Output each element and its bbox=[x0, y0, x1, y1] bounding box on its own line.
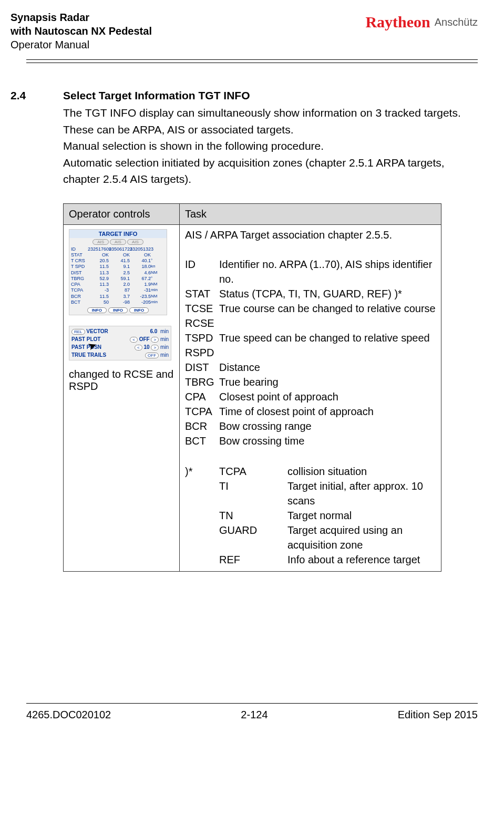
target-info-tab[interactable]: AIS bbox=[127, 239, 143, 245]
ti-cell: NM bbox=[151, 270, 161, 276]
ti-cell: 3.7 bbox=[109, 294, 130, 300]
status-row: )*TCPAcollision situation bbox=[185, 464, 436, 479]
info-button[interactable]: INFO bbox=[129, 307, 149, 313]
ti-cell: OK bbox=[109, 252, 130, 258]
ti-cell: min bbox=[151, 287, 161, 293]
off-button[interactable]: OFF bbox=[145, 353, 159, 358]
status-description: Target normal bbox=[287, 508, 352, 523]
doc-title-line2: with Nautoscan NX Pedestal bbox=[11, 24, 152, 38]
status-list: )*TCPAcollision situationTITarget initia… bbox=[185, 464, 436, 567]
ti-cell: -205 bbox=[130, 300, 151, 305]
ti-cell: 2.5 bbox=[109, 270, 130, 276]
section-paragraph-3: Automatic selection initiated by acquisi… bbox=[63, 154, 478, 188]
status-row: TNTarget normal bbox=[185, 508, 436, 523]
definition-value: True bearing bbox=[219, 375, 279, 389]
definition-row: TCSERCSETrue course can be changed to re… bbox=[185, 301, 436, 331]
rel-button[interactable]: REL bbox=[71, 329, 85, 335]
ti-cell: 50 bbox=[88, 300, 109, 305]
definition-key: TCPA bbox=[185, 404, 214, 419]
target-info-buttons: INFO INFO INFO bbox=[69, 306, 167, 315]
definition-value: Bow crossing range bbox=[219, 419, 312, 434]
ti-cell: 59.1 bbox=[109, 276, 130, 282]
vector-row-truetrails: TRUE TRAILS OFF min bbox=[71, 351, 169, 359]
definition-row: DISTDistance bbox=[185, 360, 436, 375]
target-info-widget: TARGET INFO AIS AIS AIS ID23251760923506… bbox=[69, 229, 167, 316]
ti-cell: 235061723 bbox=[109, 246, 130, 252]
definition-key: TBRG bbox=[185, 375, 214, 389]
ti-cell: T CRS bbox=[71, 258, 88, 264]
definition-key: ID bbox=[185, 257, 214, 286]
ti-cell: STAT bbox=[71, 252, 88, 258]
arrow-right-icon[interactable]: > bbox=[151, 345, 159, 350]
status-code: TI bbox=[219, 479, 282, 508]
procedure-table: Operator controls Task TARGET INFO AIS A… bbox=[63, 203, 441, 572]
ti-cell: min bbox=[151, 300, 161, 305]
vector-row-rel: REL VECTOR 6.0 min bbox=[71, 327, 169, 335]
ti-cell: 1.9 bbox=[130, 282, 151, 287]
raytheon-logo: Raytheon bbox=[365, 13, 430, 31]
ti-cell: 9.1 bbox=[109, 264, 130, 270]
ti-cell: 2.0 bbox=[109, 282, 130, 287]
info-button[interactable]: INFO bbox=[108, 307, 128, 313]
arrow-right-icon[interactable]: > bbox=[151, 337, 159, 343]
definition-key: TSPDRSPD bbox=[185, 331, 214, 360]
status-description: Target initial, after approx. 10 scans bbox=[287, 479, 436, 508]
definition-row: TBRGTrue bearing bbox=[185, 375, 436, 389]
ti-cell bbox=[151, 252, 161, 258]
vector-row-pastposn: PAST POSN < 10 > min bbox=[71, 343, 169, 351]
ti-cell: 20.5 bbox=[88, 258, 109, 264]
target-info-tab[interactable]: AIS bbox=[110, 239, 126, 245]
ti-cell: CPA bbox=[71, 282, 88, 287]
ti-cell: OK bbox=[130, 252, 151, 258]
ti-cell: 18.0 bbox=[130, 264, 151, 270]
status-row: GUARDTarget acquired using an acquisitio… bbox=[185, 523, 436, 552]
ti-cell: 232051323 bbox=[130, 246, 151, 252]
status-code: REF bbox=[219, 552, 282, 567]
ti-cell bbox=[151, 246, 161, 252]
doc-title-line1: Synapsis Radar bbox=[11, 11, 152, 24]
definition-value: Time of closest point of approach bbox=[219, 404, 374, 419]
ti-cell: 11.3 bbox=[88, 282, 109, 287]
ti-cell: -98 bbox=[109, 300, 130, 305]
status-row: REFInfo about a reference target bbox=[185, 552, 436, 567]
section-heading: 2.4 Select Target Information TGT INFO bbox=[11, 89, 478, 102]
header-rule-bottom bbox=[26, 63, 478, 63]
status-row: TITarget initial, after approx. 10 scans bbox=[185, 479, 436, 508]
status-description: Target acquired using an acquisition zon… bbox=[287, 523, 436, 552]
task-cell: AIS / ARPA Target association chapter 2.… bbox=[180, 224, 441, 571]
section-paragraph-1: The TGT INFO display can simultaneously … bbox=[63, 105, 478, 138]
target-info-data-grid: ID232517609235061723232051323STATOKOKOKT… bbox=[69, 246, 167, 306]
arrow-left-icon[interactable]: < bbox=[130, 337, 138, 343]
ti-cell: 11.3 bbox=[88, 270, 109, 276]
definition-row: BCTBow crossing time bbox=[185, 434, 436, 448]
info-button[interactable]: INFO bbox=[87, 307, 107, 313]
status-description: Info about a reference target bbox=[287, 552, 420, 567]
ti-cell: 87 bbox=[109, 287, 130, 293]
definition-value: True course can be changed to relative c… bbox=[219, 301, 436, 331]
arrow-left-icon[interactable]: < bbox=[135, 345, 142, 350]
definition-value: Status (TCPA, TI, TN, GUARD, REF) )* bbox=[219, 286, 402, 301]
table-header-task: Task bbox=[180, 203, 441, 224]
definition-value: Bow crossing time bbox=[219, 434, 304, 448]
section-body: The TGT INFO display can simultaneously … bbox=[63, 105, 478, 188]
ti-cell: 11.5 bbox=[88, 264, 109, 270]
doc-title-line3: Operator Manual bbox=[11, 38, 152, 51]
status-notemark bbox=[185, 523, 214, 552]
page-footer: 4265.DOC020102 2-124 Edition Sep 2015 bbox=[26, 703, 478, 731]
ti-cell: ° bbox=[151, 258, 161, 264]
definition-row: CPAClosest point of approach bbox=[185, 389, 436, 404]
target-info-tab[interactable]: AIS bbox=[92, 239, 109, 245]
definition-key: DIST bbox=[185, 360, 214, 375]
target-info-title: TARGET INFO bbox=[69, 230, 167, 238]
definition-value: Identifier no. ARPA (1..70), AIS ships i… bbox=[219, 257, 436, 286]
footer-edition: Edition Sep 2015 bbox=[398, 709, 478, 721]
ti-cell: NM bbox=[151, 282, 161, 287]
brand-block: Raytheon Anschütz bbox=[365, 11, 478, 31]
ti-cell: 52.9 bbox=[88, 276, 109, 282]
ti-cell: 4.6 bbox=[130, 270, 151, 276]
ti-cell: TBRG bbox=[71, 276, 88, 282]
footer-pagenum: 2-124 bbox=[241, 709, 268, 721]
footer-docnum: 4265.DOC020102 bbox=[26, 709, 111, 721]
status-code: GUARD bbox=[219, 523, 282, 552]
definition-value: Closest point of approach bbox=[219, 389, 338, 404]
